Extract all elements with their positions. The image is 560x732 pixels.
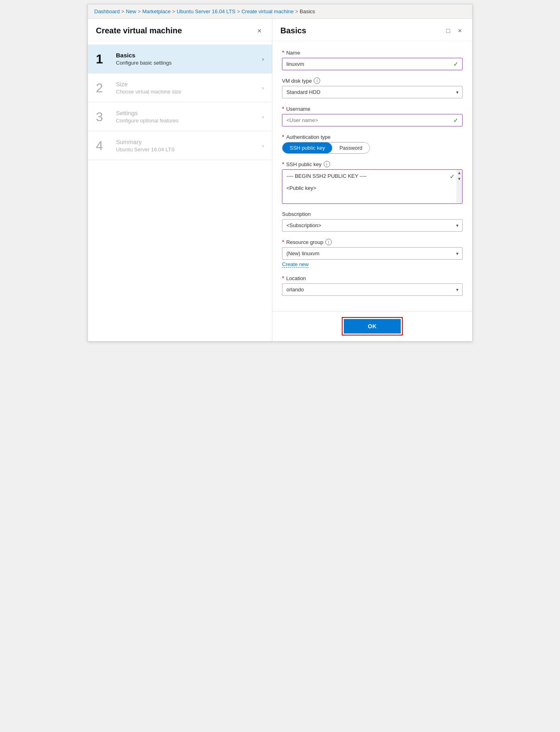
ssh-scroll-up-icon[interactable]: ▲ [457,170,462,176]
vm-disk-type-select-wrapper: Standard HDD Standard SSD Premium SSD ▾ [282,86,463,98]
main-container: Dashboard > New > Marketplace > Ubuntu S… [87,4,473,342]
username-input-wrapper: ✓ [282,114,463,126]
left-panel-close-button[interactable]: × [255,26,264,35]
username-label-text: Username [286,106,310,112]
step-2-title: Size [116,81,262,87]
breadcrumb-marketplace[interactable]: Marketplace [142,8,171,14]
step-4-number: 4 [96,139,116,152]
subscription-select[interactable]: <Subscription> [282,219,463,232]
ssh-key-required-star: * [282,161,284,167]
vm-disk-type-group: VM disk type i Standard HDD Standard SSD… [282,77,463,98]
resource-group-label: * Resource group i [282,239,463,245]
step-3-chevron: › [262,114,264,120]
left-panel-title: Create virtual machine [96,26,182,35]
ssh-textarea-wrapper: ---- BEGIN SSH2 PUBLIC KEY ---- <Public … [282,169,463,204]
step-4-desc: Ubuntu Server 16.04 LTS [116,146,262,152]
username-label: * Username [282,106,463,112]
step-1-item[interactable]: 1 Basics Configure basic settings › [88,45,272,73]
step-1-chevron: › [262,56,264,62]
name-field-group: * Name ✓ [282,49,463,70]
step-4-item[interactable]: 4 Summary Ubuntu Server 16.04 LTS › [88,131,272,160]
auth-toggle: SSH public key Password [282,142,370,154]
breadcrumb-create-vm[interactable]: Create virtual machine [241,8,294,14]
location-label: * Location [282,275,463,281]
step-3-content: Settings Configure optional features [116,110,262,124]
auth-type-label-text: Authentication type [286,134,331,140]
step-3-desc: Configure optional features [116,118,262,124]
left-panel-header: Create virtual machine × [88,19,272,41]
ssh-key-label-text: SSH public key [286,161,321,167]
step-2-desc: Choose virtual machine size [116,89,262,95]
auth-type-group: * Authentication type SSH public key Pas… [282,134,463,154]
breadcrumb-dashboard[interactable]: Dashboard [94,8,120,14]
bottom-bar: OK [272,311,472,341]
username-input[interactable] [282,114,463,126]
ssh-key-textarea[interactable]: ---- BEGIN SSH2 PUBLIC KEY ---- <Public … [282,170,462,202]
subscription-label-text: Subscription [282,211,311,217]
ssh-key-info-icon[interactable]: i [324,161,330,167]
breadcrumb-sep-5: > [295,9,298,14]
resource-group-group: * Resource group i (New) linuxvm ▾ Creat… [282,239,463,268]
step-1-desc: Configure basic settings [116,60,262,66]
ssh-scroll-down-icon[interactable]: ▼ [457,176,462,182]
resource-group-required-star: * [282,239,284,245]
breadcrumb-ubuntu[interactable]: Ubuntu Server 16.04 LTS [177,8,235,14]
name-input-wrapper: ✓ [282,58,463,70]
step-1-content: Basics Configure basic settings [116,52,262,66]
step-4-chevron: › [262,142,264,149]
auth-ssh-key-option[interactable]: SSH public key [282,142,332,153]
step-3-title: Settings [116,110,262,116]
breadcrumb-sep-3: > [172,9,175,14]
step-2-number: 2 [96,81,116,94]
name-label-text: Name [286,50,300,56]
step-3-item[interactable]: 3 Settings Configure optional features › [88,102,272,131]
step-4-title: Summary [116,138,262,145]
name-input[interactable] [282,58,463,70]
location-select[interactable]: orlando East US West US [282,283,463,296]
left-panel: Create virtual machine × 1 Basics Config… [88,19,272,341]
breadcrumb-sep-2: > [138,9,141,14]
breadcrumb-current: Basics [300,8,315,14]
username-required-star: * [282,106,284,112]
resource-group-info-icon[interactable]: i [325,239,332,245]
step-3-number: 3 [96,110,116,123]
ssh-key-label: * SSH public key i [282,161,463,167]
location-select-wrapper: orlando East US West US ▾ [282,283,463,296]
auth-type-label: * Authentication type [282,134,463,140]
ssh-key-group: * SSH public key i ---- BEGIN SSH2 PUBLI… [282,161,463,204]
form-area: * Name ✓ VM disk type i [272,41,472,311]
right-panel-close-button[interactable]: × [456,26,464,35]
step-2-item[interactable]: 2 Size Choose virtual machine size › [88,73,272,102]
name-required-star: * [282,49,284,56]
auth-type-required-star: * [282,134,284,140]
step-2-chevron: › [262,85,264,91]
right-panel: Basics □ × * Name ✓ [272,19,472,341]
vm-disk-type-label-text: VM disk type [282,78,312,84]
location-group: * Location orlando East US West US ▾ [282,275,463,296]
breadcrumb: Dashboard > New > Marketplace > Ubuntu S… [88,4,472,19]
step-2-content: Size Choose virtual machine size [116,81,262,95]
create-new-resource-group-link[interactable]: Create new [282,261,308,268]
steps-list: 1 Basics Configure basic settings › 2 Si… [88,41,272,163]
step-1-number: 1 [96,53,116,65]
name-label: * Name [282,49,463,56]
resource-group-select[interactable]: (New) linuxvm [282,247,463,260]
ssh-key-valid-icon: ✓ [450,173,455,180]
ok-button[interactable]: OK [344,319,401,333]
right-panel-title: Basics [280,26,306,35]
resource-group-select-wrapper: (New) linuxvm ▾ [282,247,463,260]
right-panel-header: Basics □ × [272,19,472,41]
location-label-text: Location [286,275,306,281]
vm-disk-type-select[interactable]: Standard HDD Standard SSD Premium SSD [282,86,463,98]
breadcrumb-new[interactable]: New [126,8,136,14]
auth-password-option[interactable]: Password [332,142,369,153]
vm-disk-type-label: VM disk type i [282,77,463,84]
vm-disk-type-info-icon[interactable]: i [314,77,320,84]
resource-group-label-text: Resource group [286,239,323,245]
step-4-content: Summary Ubuntu Server 16.04 LTS [116,138,262,152]
ssh-scrollbar: ▲ ▼ [457,170,462,203]
subscription-label: Subscription [282,211,463,217]
location-required-star: * [282,275,284,281]
username-field-group: * Username ✓ [282,106,463,126]
maximize-button[interactable]: □ [444,26,452,35]
